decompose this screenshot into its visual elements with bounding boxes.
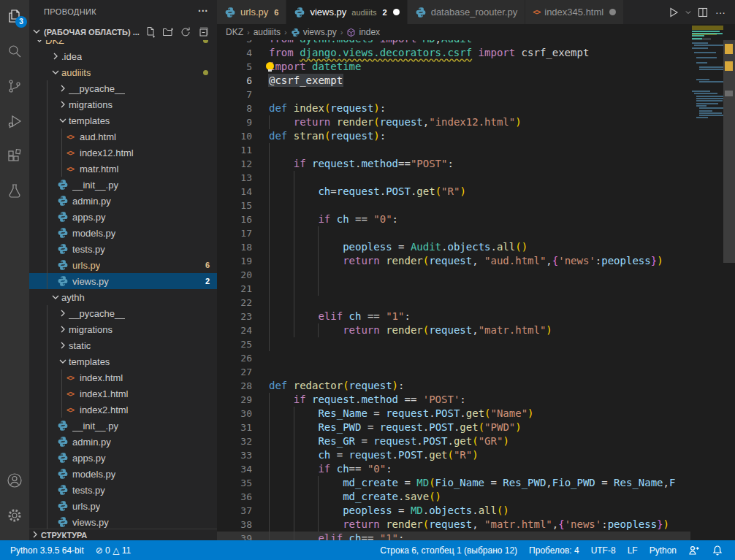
feedback-icon[interactable]: [682, 540, 706, 560]
code-line-15[interactable]: 15: [217, 199, 690, 212]
statusbar-encoding[interactable]: UTF-8: [585, 540, 622, 560]
testing-icon[interactable]: [0, 177, 29, 206]
tree-item-views-py[interactable]: views.py: [29, 514, 217, 529]
statusbar-indentation[interactable]: Пробелов: 4: [523, 540, 585, 560]
tree-item-models-py[interactable]: models.py: [29, 225, 217, 241]
tree-item--init-py[interactable]: __init__.py: [29, 177, 217, 193]
tab-index345-html[interactable]: <>index345.html: [525, 0, 624, 24]
tree-item--init-py[interactable]: __init__.py: [29, 418, 217, 434]
tree-item-index2-html[interactable]: <>index2.html: [29, 402, 217, 418]
statusbar-python-interpreter[interactable]: Python 3.9.5 64-bit: [4, 540, 90, 560]
tree-item-apps-py[interactable]: apps.py: [29, 450, 217, 466]
code-editor[interactable]: 3from aythh.models import MD,Audit4from …: [217, 24, 735, 540]
sidebar-more-actions[interactable]: ···: [198, 0, 208, 24]
settings-gear-icon[interactable]: [0, 501, 29, 530]
tab-database-roouter-py[interactable]: database_roouter.py: [408, 0, 526, 24]
tree-item--pycache-[interactable]: __pycache__: [29, 80, 217, 96]
tree-item-audiiits[interactable]: audiiits: [29, 64, 217, 80]
explorer-icon[interactable]: 3: [0, 1, 29, 31]
code-line-32[interactable]: 32 Res_GR = request.POST.get("GR"): [217, 434, 690, 448]
code-line-25[interactable]: 25: [217, 337, 690, 351]
code-line-24[interactable]: 24 return render(request,"matr.html"): [217, 323, 690, 337]
code-line-30[interactable]: 30 Res_Name = request.POST.get("Name"): [217, 407, 690, 421]
tree-item-index1-html[interactable]: <>index1.html: [29, 386, 217, 402]
tree-item--idea[interactable]: .idea: [29, 48, 217, 64]
code-line-36[interactable]: 36 md_create.save(): [217, 490, 690, 504]
code-line-17[interactable]: 17: [217, 226, 690, 240]
code-line-8[interactable]: 8def index(request):: [217, 101, 690, 115]
statusbar-language-mode[interactable]: Python: [644, 540, 682, 560]
code-line-33[interactable]: 33 ch = request.POST.get("R"): [217, 448, 690, 462]
code-line-23[interactable]: 23 elif ch == "1":: [217, 310, 690, 323]
code-line-14[interactable]: 14 ch=request.POST.get("R"): [217, 185, 690, 199]
refresh-icon[interactable]: [179, 26, 192, 39]
tree-item-static[interactable]: static: [29, 337, 217, 353]
code-line-11[interactable]: 11: [217, 143, 690, 157]
notifications-bell-icon[interactable]: [706, 540, 729, 560]
tree-item-admin-py[interactable]: admin.py: [29, 434, 217, 450]
search-icon[interactable]: [0, 37, 29, 66]
account-icon[interactable]: [0, 466, 29, 495]
new-file-icon[interactable]: [144, 26, 157, 39]
breadcrumb-item-views-py[interactable]: views.py: [291, 27, 337, 37]
tree-item-aythh[interactable]: aythh: [29, 289, 217, 305]
code-line-12[interactable]: 12 if request.method=="POST":: [217, 157, 690, 171]
tree-item-views-py[interactable]: views.py2: [29, 273, 217, 289]
tree-item-matr-html[interactable]: <>matr.html: [29, 161, 217, 177]
more-actions-button[interactable]: ···: [713, 4, 728, 20]
tree-item-DKZ[interactable]: DKZ: [29, 40, 217, 48]
code-line-38[interactable]: 38 return render(request, "matr.html",{'…: [217, 518, 690, 532]
dirty-indicator-dot[interactable]: [393, 9, 400, 15]
tree-item-urls-py[interactable]: urls.py: [29, 498, 217, 514]
code-line-18[interactable]: 18 peopless = Audit.objects.all(): [217, 240, 690, 254]
code-line-5[interactable]: 5import datetime: [217, 60, 690, 74]
tree-item-tests-py[interactable]: tests.py: [29, 482, 217, 498]
statusbar-eol[interactable]: LF: [622, 540, 644, 560]
code-line-13[interactable]: 13: [217, 171, 690, 185]
dirty-indicator-dot[interactable]: [609, 9, 616, 15]
code-line-31[interactable]: 31 Res_PWD = request.POST.get("PWD"): [217, 421, 690, 434]
code-line-35[interactable]: 35 md_create = MD(Fio_Name = Res_PWD,Fio…: [217, 476, 690, 490]
run-button[interactable]: [666, 4, 681, 20]
overview-ruler-scrollbar[interactable]: [723, 24, 735, 540]
code-line-20[interactable]: 20: [217, 268, 690, 282]
tree-item-urls-py[interactable]: urls.py6: [29, 257, 217, 273]
code-line-26[interactable]: 26: [217, 351, 690, 365]
run-dropdown-chevron-icon[interactable]: [684, 4, 693, 20]
tree-item-admin-py[interactable]: admin.py: [29, 193, 217, 209]
code-line-37[interactable]: 37 peopless = MD.objects.all(): [217, 504, 690, 518]
run-debug-icon[interactable]: [0, 107, 29, 136]
tree-item-templates[interactable]: templates: [29, 353, 217, 369]
statusbar-cursor-position[interactable]: Строка 6, столбец 1 (выбрано 12): [374, 540, 523, 560]
code-line-6[interactable]: 6@csrf_exempt: [217, 74, 690, 88]
source-control-icon[interactable]: [0, 72, 29, 101]
tree-item-index12-html[interactable]: <>index12.html: [29, 145, 217, 161]
outline-section-header[interactable]: СТРУКТУРА: [29, 529, 217, 540]
tree-item-models-py[interactable]: models.py: [29, 466, 217, 482]
tree-item-index-html[interactable]: <>index.html: [29, 369, 217, 386]
split-editor-button[interactable]: [696, 4, 710, 20]
new-folder-icon[interactable]: [161, 26, 175, 39]
tree-item-migrations[interactable]: migrations: [29, 321, 217, 337]
tree-item-aud-html[interactable]: <>aud.html: [29, 129, 217, 145]
tab-urls-py[interactable]: urls.py6: [217, 0, 286, 24]
tree-item-migrations[interactable]: migrations: [29, 96, 217, 112]
code-line-21[interactable]: 21: [217, 282, 690, 296]
minimap[interactable]: [690, 24, 723, 540]
code-line-16[interactable]: 16 if ch == "0":: [217, 212, 690, 226]
collapse-all-icon[interactable]: [197, 26, 210, 39]
tree-item-templates[interactable]: templates: [29, 112, 217, 129]
code-line-9[interactable]: 9 return render(request,"index12.html"): [217, 115, 690, 129]
code-line-22[interactable]: 22: [217, 296, 690, 310]
tree-item-apps-py[interactable]: apps.py: [29, 209, 217, 225]
workspace-section-header[interactable]: (РАБОЧАЯ ОБЛАСТЬ) ...: [29, 24, 217, 40]
breadcrumb-item-index[interactable]: index: [346, 27, 380, 37]
code-line-29[interactable]: 29 if request.method == 'POST':: [217, 393, 690, 407]
code-line-39[interactable]: 39 elif ch== "1":: [217, 532, 690, 540]
code-line-34[interactable]: 34 if ch== "0":: [217, 462, 690, 476]
extensions-icon[interactable]: [0, 142, 29, 171]
breadcrumb-item-audiiits[interactable]: audiiits: [254, 27, 281, 37]
code-line-7[interactable]: 7: [217, 88, 690, 101]
statusbar-problems[interactable]: ⊘ 0 △ 11: [90, 540, 137, 560]
code-action-lightbulb-icon[interactable]: [265, 62, 275, 72]
